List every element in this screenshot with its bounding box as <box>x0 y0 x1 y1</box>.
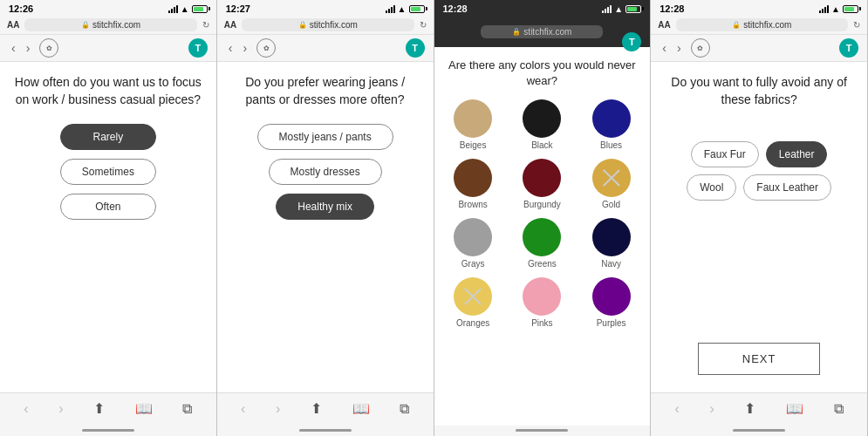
t-badge-1[interactable]: T <box>188 38 208 58</box>
color-circle-beiges[interactable] <box>454 99 492 138</box>
toolbar-bookmarks-1[interactable]: 📖 <box>130 399 158 419</box>
color-circle-black[interactable] <box>523 99 561 138</box>
toolbar-bookmarks-4[interactable]: 📖 <box>781 399 809 419</box>
address-bar-2[interactable]: AA 🔒 stitchfix.com ↻ <box>217 16 434 35</box>
battery-icon-3 <box>625 5 641 13</box>
back-btn-1[interactable]: ‹ <box>9 41 18 55</box>
option-dresses[interactable]: Mostly dresses <box>269 159 382 185</box>
address-bar-1[interactable]: AA 🔒 stitchfix.com ↻ <box>0 16 216 35</box>
sf-text: ✿ <box>46 44 52 52</box>
color-circle-pinks[interactable] <box>523 277 561 316</box>
toolbar-tabs-1[interactable]: ⧉ <box>177 399 197 419</box>
time-2: 12:27 <box>226 3 250 14</box>
fabric-btn-faux-fur[interactable]: Faux Fur <box>691 141 759 167</box>
toolbar-forward-4[interactable]: › <box>704 399 719 419</box>
home-bar-4 <box>733 429 785 432</box>
color-circle-purples[interactable] <box>592 277 631 316</box>
t-badge-4[interactable]: T <box>839 38 858 58</box>
phone-1: 12:26 ▲ AA 🔒 stitchfix.com ↻ ‹ › ✿ T How… <box>0 0 217 436</box>
url-box-2[interactable]: 🔒 stitchfix.com <box>242 18 413 31</box>
browser-header-1: ‹ › ✿ T <box>0 35 216 62</box>
content-1: How often do you want us to focus on wor… <box>0 62 216 392</box>
wifi-icon-4: ▲ <box>831 4 840 14</box>
toolbar-back-4[interactable]: ‹ <box>670 399 685 419</box>
home-bar-1 <box>82 429 134 432</box>
url-text-2: stitchfix.com <box>310 20 358 30</box>
color-label: Blues <box>600 140 622 150</box>
bottom-toolbar-4: ‹ › ⬆ 📖 ⧉ <box>651 392 867 426</box>
refresh-icon-2[interactable]: ↻ <box>420 20 427 30</box>
browser-header-2: ‹ › ✿ T <box>217 35 434 62</box>
battery-icon <box>192 5 208 13</box>
next-button[interactable]: NEXT <box>698 343 821 375</box>
aa-text-2[interactable]: AA <box>224 20 236 30</box>
option-often[interactable]: Often <box>60 194 156 220</box>
color-item: Purples <box>581 277 641 328</box>
color-circle-navy[interactable] <box>592 218 631 256</box>
refresh-icon-1[interactable]: ↻ <box>202 20 209 30</box>
color-circle-gold[interactable] <box>592 159 631 197</box>
url-box-4[interactable]: 🔒 stitchfix.com <box>676 18 848 31</box>
color-label: Purples <box>597 318 626 328</box>
color-circle-grays[interactable] <box>454 218 492 256</box>
signal-icon-4 <box>819 4 829 13</box>
forward-btn-1[interactable]: › <box>24 41 33 55</box>
browser-header-4: ‹ › ✿ T <box>651 35 867 62</box>
color-label: Navy <box>601 259 621 269</box>
toolbar-forward-1[interactable]: › <box>53 399 68 419</box>
status-icons-4: ▲ <box>819 4 858 14</box>
address-bar-4[interactable]: AA 🔒 stitchfix.com ↻ <box>651 16 867 35</box>
color-label: Pinks <box>531 318 552 328</box>
home-indicator-2 <box>217 426 434 436</box>
url-box-1[interactable]: 🔒 stitchfix.com <box>24 18 196 31</box>
toolbar-share-4[interactable]: ⬆ <box>739 399 761 419</box>
color-circle-browns[interactable] <box>454 159 492 197</box>
color-circle-blues[interactable] <box>592 99 631 138</box>
forward-btn-4[interactable]: › <box>674 41 684 55</box>
home-bar-3 <box>516 429 568 432</box>
option-jeans[interactable]: Mostly jeans / pants <box>257 124 393 150</box>
color-item: Gold <box>581 159 641 209</box>
color-item: Pinks <box>512 277 572 328</box>
toolbar-share-1[interactable]: ⬆ <box>88 399 110 419</box>
url-box-3[interactable]: 🔒 stitchfix.com <box>481 25 603 38</box>
toolbar-tabs-2[interactable]: ⧉ <box>394 399 414 419</box>
toolbar-forward-2[interactable]: › <box>270 399 285 419</box>
toolbar-back-2[interactable]: ‹ <box>236 399 250 419</box>
fabric-btn-faux-leather[interactable]: Faux Leather <box>743 174 831 201</box>
aa-text[interactable]: AA <box>7 20 19 30</box>
status-icons-3: ▲ <box>602 4 641 14</box>
aa-text-4[interactable]: AA <box>658 20 670 30</box>
color-item: Black <box>512 99 572 150</box>
color-circle-burgundy[interactable] <box>523 159 561 197</box>
phone-3: 12:28 ▲ 🔒 stitchfix.com T Are there any … <box>434 0 652 436</box>
url-text-3: stitchfix.com <box>523 27 571 37</box>
color-circle-greens[interactable] <box>523 218 561 256</box>
fabric-btn-leather[interactable]: Leather <box>766 141 828 167</box>
back-btn-4[interactable]: ‹ <box>660 41 669 55</box>
signal-icon-2 <box>386 4 395 13</box>
toolbar-bookmarks-2[interactable]: 📖 <box>347 399 375 419</box>
toolbar-tabs-4[interactable]: ⧉ <box>829 399 849 419</box>
color-label: Burgundy <box>523 200 561 209</box>
t-badge-2[interactable]: T <box>406 38 425 58</box>
color-label: Greens <box>528 259 557 269</box>
color-circle-oranges[interactable] <box>454 277 492 316</box>
forward-btn-2[interactable]: › <box>240 41 249 55</box>
content-2: Do you prefer wearing jeans / pants or d… <box>217 62 434 392</box>
lock-icon-2: 🔒 <box>298 21 307 29</box>
option-sometimes[interactable]: Sometimes <box>60 159 156 185</box>
option-rarely[interactable]: Rarely <box>60 124 156 150</box>
toolbar-back-1[interactable]: ‹ <box>18 399 33 419</box>
option-healthy-mix[interactable]: Healthy mix <box>276 194 374 220</box>
content-4: Do you want to fully avoid any of these … <box>651 62 867 392</box>
sf-text-2: ✿ <box>263 44 270 52</box>
status-icons-2: ▲ <box>386 4 425 14</box>
signal-icon-3 <box>602 4 612 13</box>
toolbar-share-2[interactable]: ⬆ <box>305 399 327 419</box>
back-btn-2[interactable]: ‹ <box>226 41 236 55</box>
lock-icon-3: 🔒 <box>512 28 521 36</box>
refresh-icon-4[interactable]: ↻ <box>853 20 860 30</box>
fabric-btn-wool[interactable]: Wool <box>687 174 736 201</box>
time-3: 12:28 <box>443 3 468 14</box>
